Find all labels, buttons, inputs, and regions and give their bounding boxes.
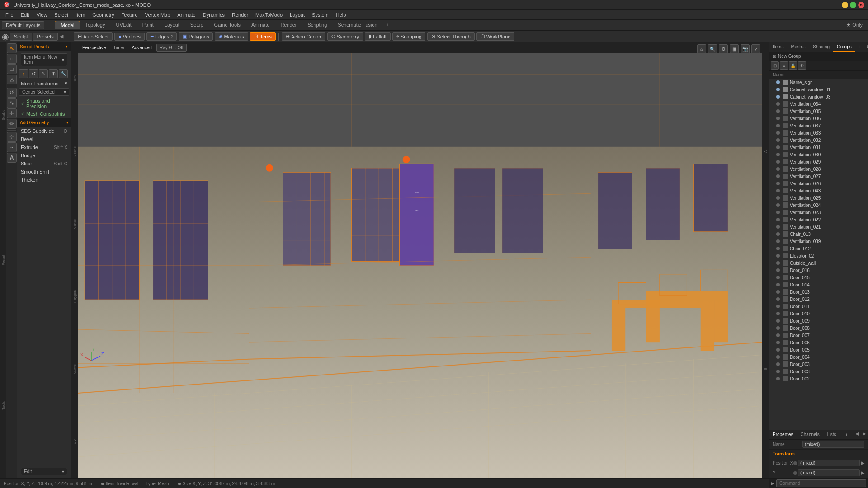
tool-scale[interactable]: ⤡ [7, 98, 17, 108]
item-door-003b[interactable]: Door_003 [769, 361, 868, 368]
item-ventilation-027[interactable]: Ventilation_027 [769, 173, 868, 180]
item-cabinet-window-01[interactable]: Cabinet_window_01 [769, 86, 868, 93]
item-ventilation-030[interactable]: Ventilation_030 [769, 151, 868, 158]
tool-triangle[interactable]: △ [7, 75, 17, 84]
center-selected-dropdown[interactable]: Center Selected ▾ [19, 88, 69, 96]
mesh-constraints[interactable]: ✓ Mesh Constraints [19, 110, 69, 117]
item-door-016[interactable]: Door_016 [769, 267, 868, 274]
item-chair-013[interactable]: Chair_013 [769, 230, 868, 238]
item-ventilation-033[interactable]: Ventilation_033 [769, 129, 868, 136]
tab-model[interactable]: Model [55, 21, 80, 29]
close-button[interactable]: ✕ [858, 2, 864, 8]
tool-bevel[interactable]: Bevel [17, 135, 71, 143]
select-through-button[interactable]: ⊙ Select Through [427, 32, 474, 41]
menu-maxtomodo[interactable]: MaxToModo [252, 11, 286, 19]
item-door-008[interactable]: Door_008 [769, 324, 868, 332]
tool-pen[interactable]: ✏ [7, 119, 17, 129]
list-icon-3[interactable]: 🔒 [789, 61, 797, 70]
item-ventilation-021[interactable]: Ventilation_021 [769, 223, 868, 230]
menu-edit[interactable]: Edit [17, 11, 33, 19]
item-ventilation-043[interactable]: Ventilation_043 [769, 187, 868, 194]
tool-slice[interactable]: Slice Shift-C [17, 160, 71, 168]
tool-text[interactable]: A [7, 153, 17, 163]
right-tab-add[interactable]: + [855, 42, 863, 52]
vtab-scene[interactable]: Scene [72, 116, 77, 188]
action-center-button[interactable]: ⊕ Action Center [282, 32, 326, 41]
sculpt-panel-toggle[interactable]: ◀ [59, 33, 64, 40]
position-y-input[interactable] [798, 469, 860, 476]
menu-geometry[interactable]: Geometry [89, 11, 118, 19]
tab-animate[interactable]: Animate [246, 21, 275, 29]
menu-animate[interactable]: Animate [174, 11, 199, 19]
item-ventilation-022[interactable]: Ventilation_022 [769, 216, 868, 223]
tool-move[interactable]: ✛ [7, 108, 17, 118]
tab-paint[interactable]: Paint [137, 21, 159, 29]
position-x-input[interactable] [798, 460, 860, 466]
menu-select[interactable]: Select [51, 11, 72, 19]
right-tab-shading[interactable]: Shading [809, 42, 833, 52]
auto-select-button[interactable]: ⊞ Auto Select [74, 32, 113, 41]
item-door-015[interactable]: Door_015 [769, 274, 868, 281]
item-ventilation-034[interactable]: Ventilation_034 [769, 100, 868, 108]
item-ventilation-037[interactable]: Ventilation_037 [769, 122, 868, 129]
item-door-005[interactable]: Door_005 [769, 346, 868, 353]
tool-sds-subdivide[interactable]: SDS Subdivide D [17, 127, 71, 135]
item-door-014[interactable]: Door_014 [769, 281, 868, 288]
layout-dropdown[interactable]: Default Layouts [2, 21, 44, 29]
item-door-004[interactable]: Door_004 [769, 353, 868, 361]
add-tab-button[interactable]: + [383, 21, 393, 29]
right-tab-action[interactable]: ⚙ [863, 42, 868, 52]
item-cabinet-window-03[interactable]: Cabinet_window_03 [769, 93, 868, 100]
edit-dropdown[interactable]: Edit ▾ [21, 468, 67, 475]
sculpt-presets-header[interactable]: Sculpt Presets ▼ [17, 42, 71, 51]
item-door-012[interactable]: Door_012 [769, 296, 868, 303]
prop-arrow-right[interactable]: ▶ [861, 430, 868, 439]
vp-icon-display[interactable]: ▣ [730, 44, 739, 53]
vtab-curve[interactable]: Curve [72, 333, 77, 405]
item-ventilation-028[interactable]: Ventilation_028 [769, 165, 868, 173]
item-door-011[interactable]: Door_011 [769, 303, 868, 310]
item-ventilation-023[interactable]: Ventilation_023 [769, 209, 868, 216]
tab-render[interactable]: Render [275, 21, 302, 29]
item-ventilation-036[interactable]: Ventilation_036 [769, 115, 868, 122]
right-tab-items[interactable]: Items [769, 42, 787, 52]
tab-setup[interactable]: Setup [185, 21, 209, 29]
menu-vertex-map[interactable]: Vertex Map [142, 11, 174, 19]
menu-view[interactable]: View [33, 11, 51, 19]
tool-bridge[interactable]: Bridge [17, 151, 71, 160]
tool-thicken[interactable]: Thicken [17, 176, 71, 184]
tab-scripting[interactable]: Scripting [302, 21, 333, 29]
prop-tab-lists[interactable]: Lists [823, 430, 840, 439]
item-ventilation-039[interactable]: Ventilation_039 [769, 238, 868, 245]
vp-icon-search[interactable]: 🔍 [708, 44, 717, 53]
item-outside-wall[interactable]: Outside_wall [769, 259, 868, 267]
sculpt-button[interactable]: Sculpt [10, 33, 32, 41]
item-visibility[interactable] [783, 101, 788, 107]
list-icon-1[interactable]: ⊞ [771, 61, 779, 70]
tab-uvedit[interactable]: UVEdit [110, 21, 137, 29]
item-ventilation-031[interactable]: Ventilation_031 [769, 144, 868, 151]
maximize-button[interactable]: □ [850, 2, 856, 8]
item-ventilation-024[interactable]: Ventilation_024 [769, 202, 868, 209]
tab-schematic-fusion[interactable]: Schematic Fusion [332, 21, 382, 29]
advanced-btn[interactable]: Advanced [129, 44, 154, 51]
item-list[interactable]: Name_sign Cabinet_window_01 Cabinet_wind… [769, 79, 868, 430]
prop-arrow-left[interactable]: ◀ [854, 430, 861, 439]
item-visibility[interactable] [783, 94, 788, 99]
tool-circle[interactable]: ○ [7, 54, 17, 64]
menu-help[interactable]: Help [332, 11, 350, 19]
tool-square[interactable]: □ [7, 64, 17, 74]
item-ventilation-035[interactable]: Ventilation_035 [769, 108, 868, 115]
list-icon-2[interactable]: ≡ [780, 61, 788, 70]
right-tab-mesh[interactable]: Mesh... [787, 42, 809, 52]
rotate-tool-icon[interactable]: ↺ [29, 69, 38, 78]
menu-render[interactable]: Render [228, 11, 252, 19]
vp-icon-settings[interactable]: ⚙ [719, 44, 728, 53]
presets-button[interactable]: Presets [33, 33, 58, 41]
vtab-item[interactable]: Item [72, 43, 77, 115]
item-door-007[interactable]: Door_007 [769, 332, 868, 339]
right-tab-groups[interactable]: Groups [833, 42, 855, 52]
menu-file[interactable]: File [2, 11, 17, 19]
edges-button[interactable]: ━ Edges 2 [146, 32, 177, 41]
vtab-uv[interactable]: UV [72, 406, 77, 478]
